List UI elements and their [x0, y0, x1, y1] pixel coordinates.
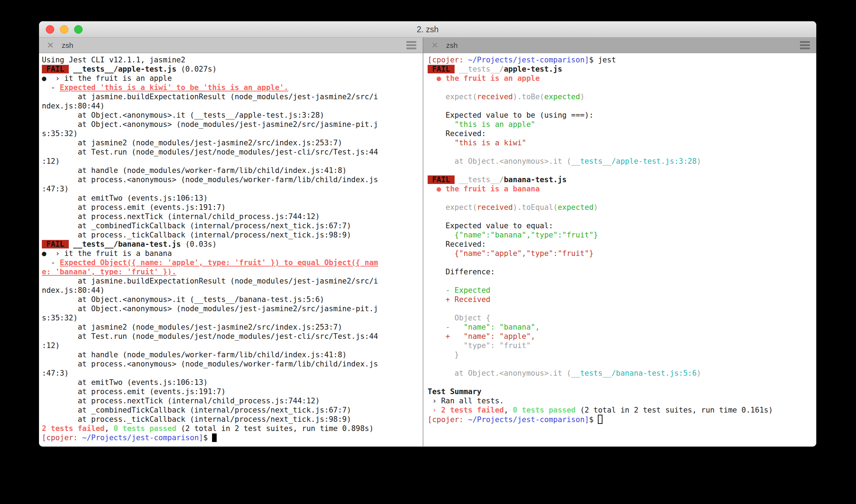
terminal-line: at _combinedTickCallback (internal/proce… — [42, 221, 421, 230]
terminal-line: at Object.<anonymous>.it (__tests__/bana… — [428, 369, 814, 378]
menu-icon[interactable] — [800, 41, 810, 49]
tab-title[interactable]: zsh — [62, 41, 73, 50]
terminal-line: :12) — [42, 157, 421, 166]
fail-badge: FAIL — [42, 65, 69, 73]
text-segment: 2 tests failed — [42, 424, 105, 433]
terminal-line: - Expected Object({ name: 'apple', type:… — [42, 258, 421, 267]
terminal-line: [cpojer: ~/Projects/jest-comparison]$ — [428, 415, 814, 424]
text-segment: Using Jest CLI v12.1.1, jasmine2 — [42, 56, 185, 64]
terminal-line — [428, 304, 814, 313]
terminal-line: at jasmine.buildExpectationResult (node_… — [42, 92, 421, 101]
text-segment: at process.emit (events.js:191:7) — [42, 387, 226, 396]
menu-icon[interactable] — [406, 41, 416, 49]
terminal-line — [428, 101, 814, 111]
text-segment: ndex.js:80:44) — [42, 102, 105, 110]
terminal-line: :47:3) — [42, 184, 421, 194]
text-segment: $ — [589, 415, 598, 424]
text-segment: at jasmine.buildExpectationResult (node_… — [42, 277, 378, 285]
terminal-line: - "name": "banana", — [428, 323, 814, 332]
terminal-line: ● the fruit is a banana — [428, 184, 814, 194]
text-segment — [69, 65, 73, 73]
terminal-line: ● › it the fruit is a banana — [42, 249, 421, 258]
text-segment: at jasmine2 (node_modules/jest-jasmine2/… — [42, 139, 342, 147]
text-segment — [428, 185, 437, 193]
text-segment: [cpojer: — [42, 433, 78, 442]
text-segment — [428, 120, 455, 129]
terminal-line: at process.<anonymous> (node_modules/wor… — [42, 175, 421, 184]
text-segment: at Object.<anonymous> (node_modules/jest… — [42, 304, 378, 313]
text-segment: Difference: — [428, 268, 495, 276]
terminal-line: ● › it the fruit is an apple — [42, 74, 421, 83]
text-segment: at handle (node_modules/worker-farm/lib/… — [42, 351, 347, 359]
terminal-line: at Object.<anonymous> (node_modules/jest… — [42, 120, 421, 129]
terminal-line — [428, 212, 814, 221]
window-title: 2. zsh — [39, 21, 816, 38]
tab-title[interactable]: zsh — [446, 41, 458, 50]
terminal-line: :12) — [42, 341, 421, 350]
terminal-line: at process._tickCallback (internal/proce… — [42, 415, 421, 424]
text-segment: ) — [594, 203, 598, 212]
terminal-line: ndex.js:80:44) — [42, 101, 421, 111]
text-segment: ~/Projects/jest-comparison] — [82, 433, 203, 442]
text-segment: $ — [203, 433, 212, 442]
terminal-line: at process.nextTick (internal/child_proc… — [42, 396, 421, 405]
terminal-line: at jasmine2 (node_modules/jest-jasmine2/… — [42, 138, 421, 147]
text-segment — [455, 65, 459, 73]
text-segment: expect( — [446, 203, 477, 212]
terminal-window: 2. zsh ✕ zsh ✕ zsh Using Jest CLI v12.1.… — [39, 21, 816, 447]
text-segment: apple-test.js — [504, 65, 562, 73]
terminal-line: "this is a kiwi" — [428, 138, 814, 147]
text-segment: at Test.run (node_modules/jest/node_modu… — [42, 148, 378, 156]
text-segment: (0.03s) — [181, 240, 217, 248]
terminal-line: Expected value to be (using ===): — [428, 111, 814, 120]
text-segment: ) — [697, 369, 701, 377]
text-segment: __tests__/ — [459, 65, 504, 73]
text-segment: 0 tests passed — [113, 424, 176, 433]
terminal-line: Using Jest CLI v12.1.1, jasmine2 — [42, 55, 421, 65]
text-segment: - Expected — [446, 286, 490, 295]
text-segment — [428, 369, 455, 377]
terminal-line: Expected value to equal: — [428, 221, 814, 230]
text-segment — [428, 351, 455, 359]
text-segment: expect( — [446, 93, 477, 101]
text-segment: - — [42, 83, 60, 92]
text-segment: at Test.run (node_modules/jest/node_modu… — [42, 332, 378, 341]
close-tab-icon[interactable]: ✕ — [47, 41, 54, 50]
terminal-line: at handle (node_modules/worker-farm/lib/… — [42, 166, 421, 175]
terminal-line: s:35:32) — [42, 313, 421, 323]
terminal-line: at Test.run (node_modules/jest/node_modu… — [42, 147, 421, 157]
terminal-line — [428, 166, 814, 175]
text-segment: at process._tickCallback (internal/proce… — [42, 231, 351, 239]
text-segment: at process.<anonymous> (node_modules/wor… — [42, 360, 378, 368]
terminal-line: Test Summary — [428, 387, 814, 396]
text-segment: :12) — [42, 341, 60, 350]
text-segment: Expected value to be (using ===): — [428, 111, 594, 119]
left-terminal-pane[interactable]: Using Jest CLI v12.1.1, jasmine2 FAIL __… — [39, 53, 423, 446]
text-segment: at process._tickCallback (internal/proce… — [42, 415, 351, 424]
text-segment — [428, 74, 437, 83]
text-segment — [463, 56, 468, 64]
text-segment: __tests__/apple-test.js — [73, 65, 177, 73]
text-segment: ).toEqual( — [513, 203, 557, 212]
terminal-line: ● the fruit is an apple — [428, 74, 814, 83]
title-bar[interactable]: 2. zsh — [39, 21, 816, 38]
text-segment: {"name":"apple","type":"fruit"} — [455, 249, 594, 258]
text-segment — [428, 314, 455, 322]
text-segment: ● — [437, 185, 441, 193]
text-segment: - — [42, 258, 60, 267]
text-segment: :47:3) — [42, 369, 69, 377]
terminal-line: › Ran all tests. — [428, 396, 814, 405]
terminal-line: {"name":"banana","type":"fruit"} — [428, 230, 814, 240]
terminal-line: at Test.run (node_modules/jest/node_modu… — [42, 332, 421, 341]
terminal-line: expect(received).toBe(expected) — [428, 92, 814, 101]
text-segment: received — [477, 93, 513, 101]
text-segment: the fruit is a banana — [446, 185, 540, 193]
right-terminal-pane[interactable]: [cpojer: ~/Projects/jest-comparison]$ je… — [423, 53, 816, 446]
terminal-line — [428, 194, 814, 203]
terminal-line: at Object.<anonymous>.it (__tests__/appl… — [42, 111, 421, 120]
terminal-line: at process.<anonymous> (node_modules/wor… — [42, 359, 421, 369]
text-segment: e: 'banana', type: 'fruit' }). — [42, 268, 176, 276]
text-segment: s:35:32) — [42, 314, 78, 322]
text-segment: "this is an apple" — [455, 120, 535, 129]
close-tab-icon[interactable]: ✕ — [431, 41, 438, 50]
